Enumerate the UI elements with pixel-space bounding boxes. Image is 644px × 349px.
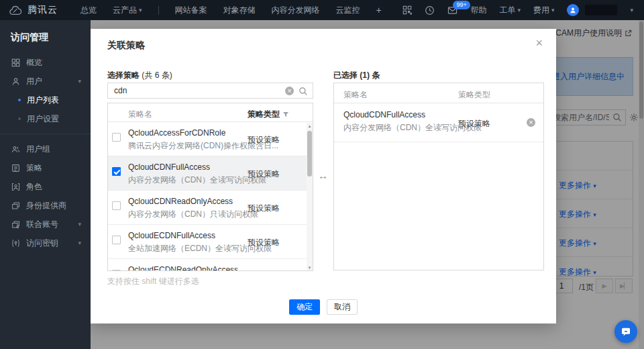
sidebar-item-user[interactable]: 用户 ▾ — [0, 72, 91, 91]
federated-account-icon — [11, 220, 20, 229]
sidebar: 访问管理 概览 用户 ▾ 用户列表 用户设置 — [0, 20, 91, 349]
sidebar-item-role[interactable]: 角色 — [0, 177, 91, 196]
chat-bubble-icon — [620, 326, 632, 338]
chevron-down-icon: ▾ — [78, 240, 81, 246]
cancel-button[interactable]: 取消 — [327, 299, 358, 315]
sidebar-item-overview[interactable]: 概览 — [0, 53, 91, 72]
sidebar-item-identity-provider[interactable]: 身份提供商 — [0, 196, 91, 215]
policy-name: QcloudCDNFullAccess — [343, 110, 425, 119]
nav-cdn[interactable]: 内容分发网络 — [272, 5, 320, 16]
policy-type: 预设策略 — [248, 203, 280, 214]
policy-type: 预设策略 — [248, 168, 280, 180]
user-icon — [11, 77, 20, 86]
policy-checkbox[interactable] — [112, 201, 121, 210]
active-dot — [18, 99, 21, 101]
nav-cloud-monitor[interactable]: 云监控 — [336, 5, 360, 16]
selected-list-header: 策略名 策略类型 — [334, 83, 543, 103]
cloud-logo-icon — [9, 5, 23, 15]
chevron-down-icon: ▾ — [517, 7, 521, 13]
help-button[interactable]: 帮助 — [470, 5, 486, 16]
policy-checkbox[interactable] — [112, 133, 121, 142]
support-chat-button[interactable] — [614, 320, 637, 343]
scrollbar-thumb[interactable] — [307, 131, 312, 177]
topbar: 腾讯云 总览 云产品▾ 网站备案 对象存储 内容分发网络 云监控 + — [0, 0, 644, 20]
logo-text: 腾讯云 — [28, 4, 58, 16]
policy-type: 预设策略 — [458, 118, 490, 130]
identity-provider-icon — [11, 201, 20, 210]
chevron-down-icon: ▾ — [139, 7, 142, 13]
tencent-cloud-logo[interactable]: 腾讯云 — [0, 4, 58, 16]
multi-select-hint: 支持按住 shift 键进行多选 — [107, 276, 199, 287]
dashboard-grid-icon — [11, 58, 20, 67]
sidebar-item-user-list[interactable]: 用户列表 — [0, 91, 91, 109]
list-scrollbar[interactable]: ▲ ▼ — [307, 123, 313, 271]
history-button[interactable] — [425, 5, 435, 15]
policy-type: 预设策略 — [248, 237, 280, 248]
policy-document-icon — [11, 164, 20, 172]
sidebar-item-federated-account[interactable]: 联合账号 ▾ — [0, 215, 91, 234]
chevron-down-icon: ▾ — [78, 78, 81, 85]
modal-title: 关联策略 — [107, 40, 145, 52]
sidebar-item-access-key[interactable]: 访问密钥 ▾ — [0, 234, 91, 252]
policy-row[interactable]: QcloudECDNFullAccess 全站加速网络（ECDN）全读写访问权限… — [108, 225, 313, 259]
policy-type: 预设策略 — [248, 134, 280, 146]
policy-row[interactable]: QcloudCDNFullAccess 内容分发网络（CDN）全读写访问权限 预… — [108, 156, 313, 191]
selected-policy-list: 策略名 策略类型 QcloudCDNFullAccess 内容分发网络（CDN）… — [333, 83, 544, 270]
policy-search-box: × — [107, 83, 313, 99]
clock-icon — [425, 5, 435, 15]
billing-menu[interactable]: 费用▾ — [533, 5, 555, 16]
nav-website-record[interactable]: 网站备案 — [175, 5, 207, 16]
search-icon[interactable] — [299, 87, 308, 96]
role-icon — [11, 183, 20, 191]
sidebar-title: 访问管理 — [0, 20, 91, 53]
nav-cloud-products[interactable]: 云产品▾ — [113, 5, 142, 16]
clear-search-icon[interactable]: × — [285, 87, 294, 95]
policy-list: 策略名 策略类型 QcloudAccessForCDNRole 腾讯云内容分发网… — [107, 103, 313, 271]
user-avatar[interactable] — [567, 4, 579, 16]
column-policy-type: 策略类型 — [458, 89, 490, 101]
messages-button[interactable]: 99+ — [447, 6, 458, 15]
sidebar-divider — [0, 134, 91, 134]
swap-arrows-icon: ↔ — [318, 170, 328, 181]
confirm-button[interactable]: 确定 — [289, 299, 320, 315]
scan-qr-button[interactable] — [402, 5, 412, 15]
ticket-menu[interactable]: 工单▾ — [499, 5, 521, 16]
policy-search-input[interactable] — [108, 83, 313, 98]
notification-badge: 99+ — [453, 1, 470, 9]
policy-name: QcloudCDNReadOnlyAccess — [128, 197, 233, 206]
policy-name: QcloudECDNReadOnlyAccess — [128, 265, 238, 271]
sidebar-item-user-settings[interactable]: 用户设置 — [0, 109, 91, 128]
dot-icon — [18, 117, 21, 120]
sidebar-item-user-group[interactable]: 用户组 — [0, 140, 91, 158]
tencent-cloud-console: 腾讯云 总览 云产品▾ 网站备案 对象存储 内容分发网络 云监控 + — [0, 0, 644, 349]
nav-object-storage[interactable]: 对象存储 — [223, 5, 256, 16]
policy-desc: 内容分发网络（CDN）全读写访问权限 — [128, 174, 266, 186]
chevron-down-icon: ▾ — [78, 221, 81, 228]
scroll-down-icon[interactable]: ▼ — [307, 266, 313, 270]
add-shortcut-button[interactable]: + — [376, 5, 382, 15]
selected-policy-row: QcloudCDNFullAccess 内容分发网络（CDN）全读写访问权限 预… — [334, 103, 543, 142]
topbar-divider — [158, 6, 159, 15]
policy-name: QcloudCDNFullAccess — [128, 162, 210, 172]
column-policy-name: 策略名 — [343, 89, 368, 101]
policy-checkbox[interactable] — [112, 167, 121, 176]
policy-checkbox[interactable] — [112, 270, 121, 271]
policy-checkbox[interactable] — [112, 236, 121, 244]
policy-row[interactable]: QcloudECDNReadOnlyAccess 预设策略 — [108, 259, 313, 271]
policy-row[interactable]: QcloudAccessForCDNRole 腾讯云内容分发网络(CDN)操作权… — [108, 122, 313, 156]
policy-list-header: 策略名 策略类型 — [108, 103, 313, 122]
close-icon[interactable]: × — [535, 37, 543, 49]
policy-row[interactable]: QcloudCDNReadOnlyAccess 内容分发网络（CDN）只读访问权… — [108, 191, 313, 225]
policy-name: QcloudECDNFullAccess — [128, 231, 215, 240]
scroll-up-icon[interactable]: ▲ — [307, 124, 313, 128]
column-policy-type[interactable]: 策略类型 — [248, 109, 289, 120]
topbar-right: 99+ 帮助 工单▾ 费用▾ ▾ — [402, 4, 644, 16]
column-policy-name: 策略名 — [128, 109, 152, 120]
chevron-down-icon[interactable]: ▾ — [630, 7, 633, 13]
topbar-menu: 总览 云产品▾ 网站备案 对象存储 内容分发网络 云监控 + — [80, 5, 382, 16]
remove-policy-icon[interactable]: × — [527, 118, 535, 127]
sidebar-item-policy[interactable]: 策略 — [0, 158, 91, 177]
nav-overview[interactable]: 总览 — [80, 5, 97, 16]
policy-name: QcloudAccessForCDNRole — [128, 128, 225, 138]
access-key-icon — [11, 239, 20, 248]
